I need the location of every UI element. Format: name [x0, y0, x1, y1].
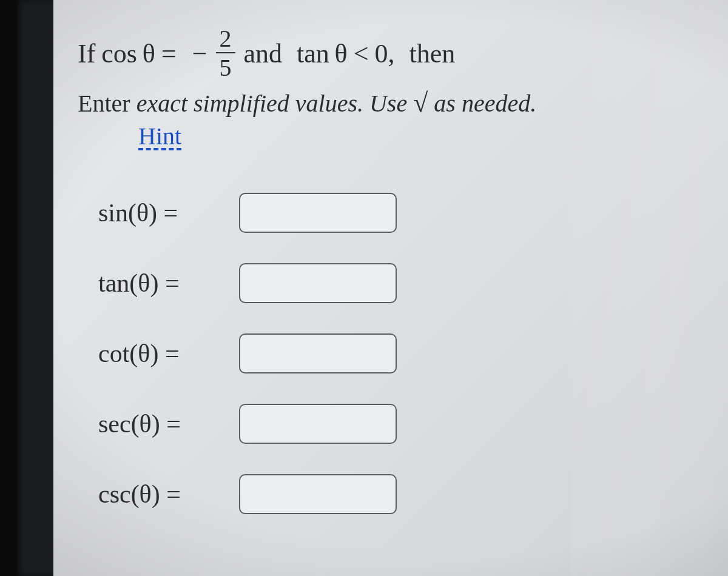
- question-panel: If cos θ = − 2 5 and tan θ < 0, then Ent…: [53, 0, 728, 576]
- prompt-and: and: [244, 38, 283, 69]
- tan-input[interactable]: [239, 263, 397, 303]
- csc-input[interactable]: [239, 474, 397, 514]
- fraction-denominator: 5: [216, 52, 235, 80]
- field-row-tan: tan(θ) =: [98, 263, 704, 303]
- hint-link[interactable]: Hint: [138, 122, 181, 150]
- sin-input[interactable]: [239, 193, 397, 233]
- equals-sign: =: [161, 38, 177, 69]
- field-row-csc: csc(θ) =: [98, 474, 704, 514]
- prompt-line: If cos θ = − 2 5 and tan θ < 0, then: [78, 27, 704, 80]
- hint-row: Hint: [78, 122, 704, 150]
- sin-label: sin(θ) =: [98, 198, 226, 227]
- instr-mid: simplified values. Use: [187, 90, 413, 117]
- sec-label: sec(θ) =: [98, 409, 226, 438]
- less-than-sign: <: [354, 38, 369, 69]
- fraction-numerator: 2: [216, 27, 235, 52]
- field-row-sec: sec(θ) =: [98, 404, 704, 444]
- instr-after: as needed.: [428, 90, 536, 117]
- prompt-prefix: If: [78, 38, 95, 69]
- field-row-cot: cot(θ) =: [98, 333, 704, 373]
- csc-label: csc(θ) =: [98, 480, 226, 509]
- cot-input[interactable]: [239, 333, 397, 373]
- minus-sign: −: [192, 38, 207, 69]
- prompt-then: then: [410, 38, 456, 69]
- cot-label: cot(θ) =: [98, 339, 226, 368]
- field-row-sin: sin(θ) =: [98, 193, 704, 233]
- instructions: Enter exact simplified values. Use √ as …: [78, 87, 704, 118]
- instr-exact: exact: [136, 90, 187, 117]
- prompt-tan: tan θ: [297, 38, 348, 69]
- sqrt-icon: √: [413, 88, 428, 118]
- instr-before: Enter: [78, 90, 136, 117]
- answer-fields: sin(θ) = tan(θ) = cot(θ) = sec(θ) = csc(…: [78, 193, 704, 514]
- sec-input[interactable]: [239, 404, 397, 444]
- prompt-cos: cos θ: [101, 38, 155, 69]
- tan-label: tan(θ) =: [98, 269, 226, 298]
- zero: 0,: [375, 38, 395, 69]
- fraction: 2 5: [216, 27, 235, 80]
